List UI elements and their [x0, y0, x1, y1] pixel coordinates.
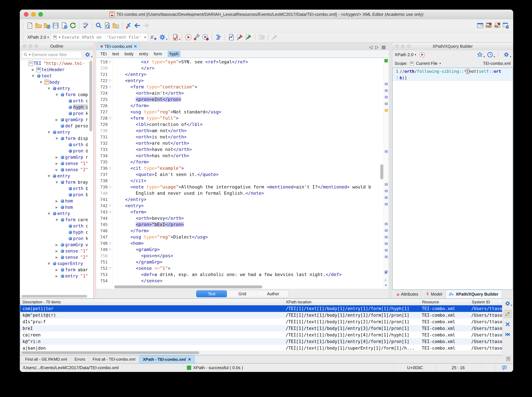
breadcrumb-item-TEI[interactable]: TEI [100, 51, 107, 56]
code-line-754[interactable]: 754 </sense> [96, 278, 379, 284]
history-button[interactable]: ▾ [486, 50, 494, 59]
outline-tree-item-text[interactable]: ▼text [20, 73, 88, 79]
outline-vertical-scrollbar[interactable] [89, 61, 92, 131]
outline-settings-button[interactable]: ▾ [83, 50, 92, 59]
next-marker-icon[interactable]: ▼ [385, 284, 387, 287]
find-replace-button[interactable] [103, 21, 111, 30]
mode-grid-button[interactable]: Grid [227, 290, 258, 297]
fold-marker-icon[interactable]: ▽ [108, 167, 112, 170]
save-to-url-button[interactable] [60, 21, 68, 30]
outline-tree-item-orth[interactable]: orthd [20, 142, 88, 148]
code-line-738[interactable]: 738 </cit> [96, 178, 379, 184]
expand-arrow-icon[interactable]: ▶ [54, 118, 60, 121]
previous-marker-icon[interactable]: △ [385, 278, 387, 281]
debug-xq-button[interactable]: XQ [493, 21, 501, 30]
code-line-740[interactable]: 740 English and never used in formal Eng… [96, 190, 379, 196]
breadcrumb-item-text[interactable]: text [112, 51, 119, 56]
goto-reference-button[interactable]: ✱ [124, 21, 133, 30]
result-marker[interactable] [385, 196, 388, 199]
builder-settings-button[interactable]: ▾ [502, 50, 511, 59]
code-line-723[interactable]: 723▽ <form type="contraction"> [96, 84, 379, 90]
code-line-730[interactable]: 730 <orth>am not</orth> [96, 128, 379, 134]
xpath-expression-line[interactable]: 1h)] [393, 74, 513, 81]
outline-tree-item-entry[interactable]: ▼entry [20, 173, 88, 179]
xpath-expression-combo[interactable]: ▾ Execute XPath on 'Current File' ▾ [50, 33, 148, 41]
code-line-724[interactable]: 724 <orth>ain't</orth> [96, 90, 379, 96]
outline-tree-item-sense[interactable]: ▶sense"2" [20, 167, 88, 173]
outline-tree-item-form[interactable]: ▼formdisp [20, 135, 88, 142]
element-name-filter-input[interactable]: ▾ Element name filter [22, 51, 82, 58]
outline-tree-item-sense[interactable]: ▶sense"2" [20, 254, 88, 261]
code-line-752[interactable]: 752▽ <sense n="1"> [96, 265, 379, 271]
column-header-resource[interactable]: Resource [420, 299, 470, 305]
outline-tree-item-orth[interactable]: orthc [20, 98, 88, 104]
collapse-arrow-icon[interactable]: ▼ [46, 130, 52, 134]
outline-tree-item-pron[interactable]: prond [20, 148, 88, 154]
search-button[interactable] [94, 21, 103, 30]
expand-arrow-icon[interactable]: ▶ [54, 249, 60, 253]
overview-marker-column[interactable]: ✕△▼ [384, 58, 389, 289]
outline-tree-item-gramGrp[interactable]: ▶gramGrpv [20, 242, 88, 248]
format-indent-button[interactable] [214, 33, 223, 42]
outline-tree-item-pron[interactable]: pronb [20, 192, 88, 198]
result-marker[interactable] [385, 89, 388, 92]
outline-tree-item-hom[interactable]: ▶hom [20, 204, 88, 210]
fold-marker-icon[interactable]: ▽ [108, 79, 112, 82]
gear-button[interactable]: ▾ [158, 33, 167, 42]
mode-text-button[interactable]: Text [196, 290, 227, 297]
code-editor[interactable]: 719▽ <xr type="syn">SYN. see <ref>legal<… [96, 58, 389, 289]
outline-horizontal-scrollbar[interactable] [21, 295, 87, 298]
outline-tree-item-entry[interactable]: ▼entry [20, 210, 88, 217]
panel-tab-xpath-xquery-builder[interactable]: //XPath/XQuery Builder [446, 290, 502, 298]
open-file-button[interactable] [34, 21, 43, 30]
expand-arrow-icon[interactable]: ▶ [30, 68, 36, 71]
outline-tree-item-sense[interactable]: ▶sense"1" [20, 160, 88, 167]
result-marker[interactable] [385, 190, 388, 192]
breadcrumb-item-hyph[interactable]: hyph [168, 51, 180, 57]
collapse-arrow-icon[interactable]: ▼ [54, 93, 60, 96]
collapse-arrow-icon[interactable]: ▼ [54, 218, 60, 222]
outline-tree-item-orth[interactable]: orthb [20, 185, 88, 192]
editor-layout-button[interactable] [476, 21, 484, 30]
debug-xslt-button[interactable]: XSLT [484, 21, 493, 30]
xpath-expression-editor[interactable]: 1//orth/following-sibling::*[not(self::o… [392, 68, 513, 290]
outline-tree-item-def[interactable]: defperso [20, 123, 88, 129]
outline-tree-item-gramGrp[interactable]: ▶gramGrpr [20, 117, 88, 123]
close-tab-icon[interactable]: ✕ [134, 44, 137, 49]
collapse-arrow-icon[interactable]: ▼ [46, 262, 52, 265]
code-line-746[interactable]: 746 </form> [96, 228, 379, 234]
column-header-system-id[interactable]: System ID [470, 299, 502, 305]
fold-marker-icon[interactable]: ▽ [108, 204, 112, 208]
outline-tree-item-form[interactable]: ▶formabar [20, 267, 88, 273]
close-tab-icon[interactable]: ✕ [188, 357, 191, 362]
prev-tab-button[interactable]: ◁ [369, 45, 372, 50]
xpath-expression-line[interactable]: 1//orth/following-sibling::*[not(self::o… [393, 68, 513, 74]
editor-vertical-scrollbar[interactable] [380, 164, 383, 180]
fold-marker-icon[interactable]: ▽ [108, 248, 112, 251]
outline-tree-item-entry[interactable]: ▶entry"1" [20, 273, 88, 279]
code-line-745[interactable]: 745 <pron>"bEvI</pron> [96, 221, 379, 228]
find-in-files-button[interactable] [111, 21, 120, 30]
code-line-719[interactable]: 719▽ <xr type="syn">SYN. see <ref>legal<… [96, 59, 379, 65]
panel-tab-attributes[interactable]: aAttributes [393, 290, 422, 298]
result-marker[interactable] [385, 83, 388, 85]
collapse-arrow-icon[interactable]: ▼ [30, 74, 36, 78]
view-tab-xpath-tei-combo-xml[interactable]: XPath - TEI-combo.xml✕ [139, 355, 195, 363]
result-row[interactable]: a|ban|don/TEI[1]/text[1]/body[1]/superEn… [20, 345, 502, 351]
outline-tree-item-gramGrp[interactable]: ▶gramGrpr [20, 154, 88, 160]
editor-tab-tei-combo[interactable]: TEI-combo.xml ✕ [97, 43, 140, 50]
result-row[interactable]: com|peti|tor/TEI[1]/text[1]/body[1]/entr… [20, 305, 502, 312]
result-row[interactable]: k@m"petit@(r)/TEI[1]/text[1]/body[1]/ent… [20, 312, 502, 318]
fold-marker-icon[interactable]: ▽ [108, 242, 112, 245]
database-perspective-button[interactable] [501, 21, 510, 30]
fold-marker-icon[interactable]: ▽ [108, 185, 112, 189]
pin-green-button[interactable] [244, 33, 253, 42]
code-line-721[interactable]: 721 </entry> [96, 71, 379, 78]
expand-arrow-icon[interactable]: ▶ [54, 155, 60, 159]
panel-tab-model[interactable]: Model [422, 290, 446, 298]
code-line-728[interactable]: 728▽ <form type="full"> [96, 115, 379, 121]
code-line-731[interactable]: 731 <orth>is not</orth> [96, 134, 379, 140]
reload-button[interactable] [68, 21, 77, 30]
outline-tree-item-hyph[interactable]: hyphc [20, 229, 88, 235]
code-line-753[interactable]: 753 <def>a drink, esp. an alcoholic one:… [96, 271, 379, 278]
